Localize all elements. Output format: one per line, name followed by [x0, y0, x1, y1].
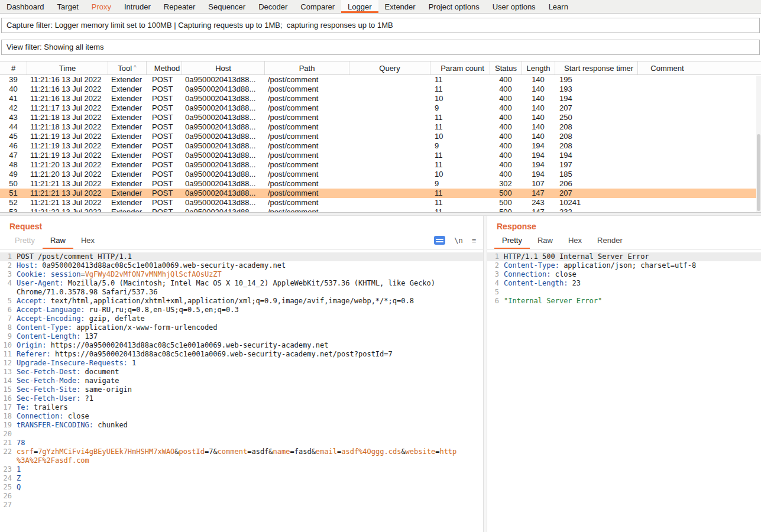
log-row[interactable]: 4111:21:16 13 Jul 2022ExtenderPOST0a9500… [0, 94, 761, 103]
cell-host: 0a9500020413d88... [182, 170, 264, 179]
line-number: 14 [0, 377, 17, 385]
cell-timer: 194 [555, 94, 637, 103]
response-tab-raw[interactable]: Raw [530, 233, 561, 249]
log-row[interactable]: 5211:21:21 13 Jul 2022ExtenderPOST0a9500… [0, 198, 761, 207]
menu-tab-intruder[interactable]: Intruder [118, 0, 157, 13]
response-tab-render[interactable]: Render [590, 233, 630, 249]
column-header-param-count[interactable]: Param count [430, 61, 490, 74]
cell-id: 45 [0, 132, 27, 141]
view-filter-bar[interactable]: View filter: Showing all items [1, 40, 760, 55]
cell-method: POST [146, 141, 182, 151]
cell-status: 400 [490, 122, 522, 132]
menu-tab-logger[interactable]: Logger [341, 0, 378, 13]
column-header-time[interactable]: Time [27, 61, 108, 74]
capture-filter-text: Capture filter: Logger memory limit set … [7, 21, 393, 30]
request-line: 22csrf=7gYzhMCiFvi4gBEyUEEk7HmHSHM7xWAO&… [0, 447, 483, 465]
request-tab-raw[interactable]: Raw [43, 233, 73, 249]
editor-panels: Request PrettyRawHex \n ≡ 1POST /post/co… [0, 216, 761, 532]
cell-method: POST [146, 94, 182, 103]
syntax-view-icon[interactable] [434, 236, 445, 245]
log-row[interactable]: 4411:21:18 13 Jul 2022ExtenderPOST0a9500… [0, 122, 761, 132]
column-header-method[interactable]: Method [146, 61, 182, 74]
request-line: 2178 [0, 439, 483, 447]
log-row[interactable]: 4211:21:17 13 Jul 2022ExtenderPOST0a9500… [0, 103, 761, 113]
request-tab-hex[interactable]: Hex [73, 233, 102, 249]
menu-tab-comparer[interactable]: Comparer [294, 0, 341, 13]
request-line: 15Sec-Fetch-Site: same-origin [0, 385, 483, 394]
response-tab-pretty[interactable]: Pretty [494, 233, 530, 249]
newline-toggle-button[interactable]: \n [454, 236, 462, 245]
log-row[interactable]: 5311:21:22 13 Jul 2022ExtenderPOST0a9500… [0, 207, 761, 212]
response-tab-hex[interactable]: Hex [561, 233, 590, 249]
cell-tool: Extender [108, 151, 146, 160]
request-line-text: Sec-Fetch-Mode: navigate [17, 377, 119, 385]
request-line-text: Referer: https://0a9500020413d88ac08c5c1… [17, 350, 393, 359]
cell-host: 0a9500020413d88... [182, 75, 264, 85]
log-row[interactable]: 4011:21:16 13 Jul 2022ExtenderPOST0a9500… [0, 85, 761, 94]
cell-method: POST [146, 85, 182, 94]
cell-host: 0a9500020413d88... [182, 198, 264, 207]
cell-method: POST [146, 113, 182, 122]
line-number: 22 [0, 447, 17, 465]
log-row[interactable]: 4811:21:20 13 Jul 2022ExtenderPOST0a9500… [0, 160, 761, 170]
request-line-text: Sec-Fetch-Dest: document [17, 368, 119, 377]
line-number: 1 [0, 252, 17, 261]
column-header-query[interactable]: Query [349, 61, 430, 74]
menu-tab-sequencer[interactable]: Sequencer [202, 0, 252, 13]
column-header-tool[interactable]: Tool^ [108, 61, 146, 74]
request-line-text: Accept-Language: ru-RU,ru;q=0.8,en-US;q=… [17, 306, 239, 314]
column-header-status[interactable]: Status [490, 61, 522, 74]
column-header-host[interactable]: Host [182, 61, 264, 74]
line-number: 20 [0, 430, 17, 439]
response-viewer[interactable]: 1HTTP/1.1 500 Internal Server Error2Cont… [487, 249, 761, 531]
menu-tab-dashboard[interactable]: Dashboard [0, 0, 51, 13]
request-line-text: Content-Type: application/x-www-form-url… [17, 323, 218, 332]
log-row[interactable]: 4611:21:19 13 Jul 2022ExtenderPOST0a9500… [0, 141, 761, 151]
cell-timer: 208 [555, 141, 637, 151]
table-scrollbar-handle[interactable] [757, 134, 760, 211]
request-editor[interactable]: 1POST /post/comment HTTP/1.12Host: 0a950… [0, 249, 483, 531]
column-header-path[interactable]: Path [264, 61, 349, 74]
cell-param_count: 11 [430, 122, 490, 132]
vertical-splitter[interactable] [483, 216, 487, 532]
line-number: 16 [0, 394, 17, 403]
capture-filter-bar[interactable]: Capture filter: Logger memory limit set … [1, 18, 760, 33]
editor-menu-icon[interactable]: ≡ [472, 236, 476, 245]
cell-id: 48 [0, 160, 27, 170]
line-number: 7 [0, 314, 17, 323]
response-line: 5 [487, 288, 761, 297]
log-row[interactable]: 4711:21:19 13 Jul 2022ExtenderPOST0a9500… [0, 151, 761, 160]
column-header-length[interactable]: Length [522, 61, 555, 74]
cell-host: 0a9500020413d88... [182, 141, 264, 151]
cell-param_count: 11 [430, 207, 490, 212]
request-line: 3Cookie: session=VgFWy4D2vMfON7vMNMhjQlS… [0, 270, 483, 279]
menu-tab-target[interactable]: Target [51, 0, 85, 13]
log-row[interactable]: 4911:21:20 13 Jul 2022ExtenderPOST0a9500… [0, 170, 761, 179]
column-header-comment[interactable]: Comment [637, 61, 697, 74]
menu-tab-decoder[interactable]: Decoder [252, 0, 294, 13]
menu-tab-extender[interactable]: Extender [378, 0, 422, 13]
menu-tab-user-options[interactable]: User options [486, 0, 542, 13]
log-row[interactable]: 5111:21:21 13 Jul 2022ExtenderPOST0a9500… [0, 189, 761, 198]
cell-id: 42 [0, 103, 27, 113]
request-line-text: POST /post/comment HTTP/1.1 [17, 252, 132, 261]
menu-tab-repeater[interactable]: Repeater [157, 0, 202, 13]
column-header-start-response-timer[interactable]: Start response timer [555, 61, 637, 74]
log-row[interactable]: 5011:21:21 13 Jul 2022ExtenderPOST0a9500… [0, 179, 761, 189]
log-row[interactable]: 4511:21:19 13 Jul 2022ExtenderPOST0a9500… [0, 132, 761, 141]
cell-status: 400 [490, 113, 522, 122]
cell-comment [637, 170, 697, 179]
log-row[interactable]: 4311:21:18 13 Jul 2022ExtenderPOST0a9500… [0, 113, 761, 122]
menu-tab-proxy[interactable]: Proxy [85, 0, 118, 13]
line-number: 3 [487, 270, 504, 279]
request-line: 18Connection: close [0, 412, 483, 421]
log-row[interactable]: 3911:21:16 13 Jul 2022ExtenderPOST0a9500… [0, 75, 761, 85]
table-scrollbar[interactable] [756, 76, 761, 212]
cell-param_count: 9 [430, 141, 490, 151]
request-tab-pretty[interactable]: Pretty [7, 233, 43, 249]
menu-tab-learn[interactable]: Learn [542, 0, 575, 13]
menu-tab-project-options[interactable]: Project options [422, 0, 486, 13]
cell-id: 40 [0, 85, 27, 94]
request-line: 7Accept-Encoding: gzip, deflate [0, 314, 483, 323]
column-header-number[interactable]: # [0, 61, 27, 74]
